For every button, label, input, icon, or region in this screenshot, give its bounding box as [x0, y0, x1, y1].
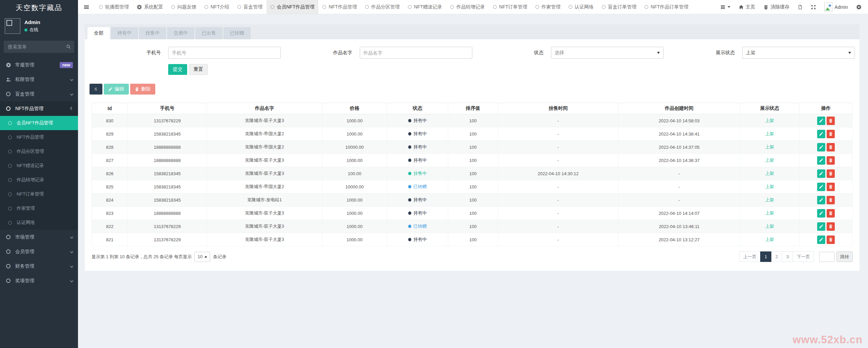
display-status-link[interactable]: 上架 — [765, 158, 774, 163]
filter-tab-交易中[interactable]: 交易中 — [167, 27, 194, 39]
row-delete-button[interactable] — [827, 196, 835, 204]
cell-work-name: 克隆城市-双子大厦3 — [207, 154, 322, 167]
sidebar-subitem-NFT作品管理[interactable]: NFT作品管理 — [0, 130, 78, 144]
display-status-select[interactable]: 上架 — [742, 47, 855, 59]
gear-icon — [137, 5, 142, 9]
nav-tab-作品转增记录[interactable]: 作品转增记录 — [446, 0, 489, 14]
nav-tab-NFT作品订单管理[interactable]: NFT作品订单管理 — [640, 0, 692, 14]
row-edit-button[interactable] — [817, 169, 825, 178]
nav-tab-轮播图管理[interactable]: 轮播图管理 — [95, 0, 133, 14]
prev-page-button[interactable]: 上一页 — [739, 251, 761, 262]
page-button-3[interactable]: 3 — [782, 251, 793, 262]
submit-button[interactable]: 提交 — [168, 64, 187, 75]
row-delete-button[interactable] — [827, 156, 835, 165]
row-edit-button[interactable] — [817, 130, 825, 138]
next-page-button[interactable]: 下一页 — [793, 251, 814, 262]
nav-tab-会员NFT作品管理[interactable]: 会员NFT作品管理 — [267, 0, 318, 14]
edit-button[interactable]: 编辑 — [104, 84, 129, 95]
refresh-button[interactable] — [90, 84, 102, 95]
row-edit-button[interactable] — [817, 117, 825, 125]
sidebar-item-奖项管理[interactable]: 奖项管理 — [0, 273, 78, 288]
nav-tab-作家管理[interactable]: 作家管理 — [531, 0, 565, 14]
sidebar-item-常规管理[interactable]: 常规管理new — [0, 58, 78, 72]
sidebar-item-label: 权限管理 — [15, 77, 71, 83]
delete-button[interactable]: 删除 — [130, 84, 155, 95]
page-jump-input[interactable] — [819, 252, 834, 262]
home-button[interactable]: 主页 — [739, 4, 755, 10]
nav-tab-系统配置[interactable]: 系统配置 — [133, 0, 167, 14]
display-status-link[interactable]: 上架 — [765, 237, 774, 242]
refresh-tab-button[interactable] — [798, 5, 803, 9]
filter-tab-挂售中[interactable]: 挂售中 — [139, 27, 166, 39]
page-button-1[interactable]: 1 — [760, 251, 771, 262]
page-button-2[interactable]: 2 — [771, 251, 782, 262]
status-label: 持有中 — [413, 131, 427, 137]
fullscreen-icon — [811, 5, 816, 9]
reset-button[interactable]: 重置 — [189, 64, 208, 75]
menu-search-input[interactable] — [4, 41, 74, 53]
row-edit-button[interactable] — [817, 196, 825, 204]
sidebar-item-NFT作品管理[interactable]: NFT作品管理 — [0, 101, 78, 116]
row-edit-button[interactable] — [817, 209, 825, 218]
sidebar-subitem-会员NFT作品管理[interactable]: 会员NFT作品管理 — [0, 116, 78, 130]
fullscreen-button[interactable] — [811, 5, 816, 9]
nav-tab-NFT作品管理[interactable]: NFT作品管理 — [318, 0, 361, 14]
nav-tab-NFT介绍[interactable]: NFT介绍 — [200, 0, 233, 14]
nav-tab-问题反馈[interactable]: 问题反馈 — [167, 0, 200, 14]
status-select[interactable]: 选择 — [551, 47, 664, 59]
navbar-user[interactable]: Admin — [824, 2, 848, 12]
sidebar-subitem-作品分区管理[interactable]: 作品分区管理 — [0, 144, 78, 159]
display-status-link[interactable]: 上架 — [765, 210, 774, 216]
sidebar-subitem-作品转增记录[interactable]: 作品转增记录 — [0, 173, 78, 187]
row-delete-button[interactable] — [827, 222, 835, 231]
row-delete-button[interactable] — [827, 183, 835, 191]
clear-cache-button[interactable]: 清除缓存 — [764, 4, 789, 10]
row-edit-button[interactable] — [817, 156, 825, 165]
row-delete-button[interactable] — [827, 236, 835, 244]
display-status-link[interactable]: 上架 — [765, 144, 774, 149]
display-status-link[interactable]: 上架 — [765, 197, 774, 202]
sidebar-item-市场管理[interactable]: 市场管理 — [0, 230, 78, 244]
sidebar-subitem-NFT赠送记录[interactable]: NFT赠送记录 — [0, 159, 78, 173]
row-edit-button[interactable] — [817, 236, 825, 244]
nav-tab-NFT赠送记录[interactable]: NFT赠送记录 — [404, 0, 446, 14]
filter-tab-已转赠[interactable]: 已转赠 — [223, 27, 251, 39]
page-jump-button[interactable]: 跳转 — [836, 251, 853, 262]
settings-button[interactable] — [856, 5, 861, 9]
status-badge: 持有中 — [408, 237, 427, 243]
sidebar-toggle-icon[interactable] — [78, 0, 95, 14]
filter-form: 手机号 作品名字 状态 选择 展示状态 上架 — [85, 47, 860, 59]
row-delete-button[interactable] — [827, 169, 835, 178]
display-status-link[interactable]: 上架 — [765, 184, 774, 189]
nav-tab-作品分区管理[interactable]: 作品分区管理 — [361, 0, 404, 14]
nav-tab-盲盒订单管理[interactable]: 盲盒订单管理 — [598, 0, 640, 14]
nav-tab-盲盒管理[interactable]: 盲盒管理 — [233, 0, 267, 14]
display-status-link[interactable]: 上架 — [765, 224, 774, 229]
nav-tab-NFT订单管理[interactable]: NFT订单管理 — [489, 0, 531, 14]
row-delete-button[interactable] — [827, 117, 835, 125]
row-edit-button[interactable] — [817, 143, 825, 151]
filter-tab-持有中[interactable]: 持有中 — [111, 27, 138, 39]
sidebar-item-财务管理[interactable]: 财务管理 — [0, 259, 78, 273]
sidebar-item-会员管理[interactable]: 会员管理 — [0, 244, 78, 259]
row-delete-button[interactable] — [827, 143, 835, 151]
filter-tab-全部[interactable]: 全部 — [87, 27, 110, 39]
sidebar-subitem-NFT订单管理[interactable]: NFT订单管理 — [0, 187, 78, 201]
phone-input[interactable] — [168, 47, 281, 59]
sidebar-subitem-认证网络[interactable]: 认证网络 — [0, 216, 78, 230]
sidebar-item-盲盒管理[interactable]: 盲盒管理 — [0, 87, 78, 101]
display-status-link[interactable]: 上架 — [765, 171, 774, 176]
page-size-select[interactable]: 10 — [194, 252, 210, 262]
sidebar-subitem-作家管理[interactable]: 作家管理 — [0, 201, 78, 216]
nav-tab-认证网络[interactable]: 认证网络 — [565, 0, 598, 14]
display-status-link[interactable]: 上架 — [765, 131, 774, 136]
work-name-input[interactable] — [360, 47, 472, 59]
display-status-link[interactable]: 上架 — [765, 118, 774, 123]
sidebar-item-权限管理[interactable]: 权限管理 — [0, 72, 78, 87]
filter-tab-已出售[interactable]: 已出售 — [195, 27, 222, 39]
row-delete-button[interactable] — [827, 209, 835, 218]
row-delete-button[interactable] — [827, 130, 835, 138]
tabs-menu-button[interactable] — [720, 4, 730, 10]
row-edit-button[interactable] — [817, 222, 825, 231]
row-edit-button[interactable] — [817, 183, 825, 191]
